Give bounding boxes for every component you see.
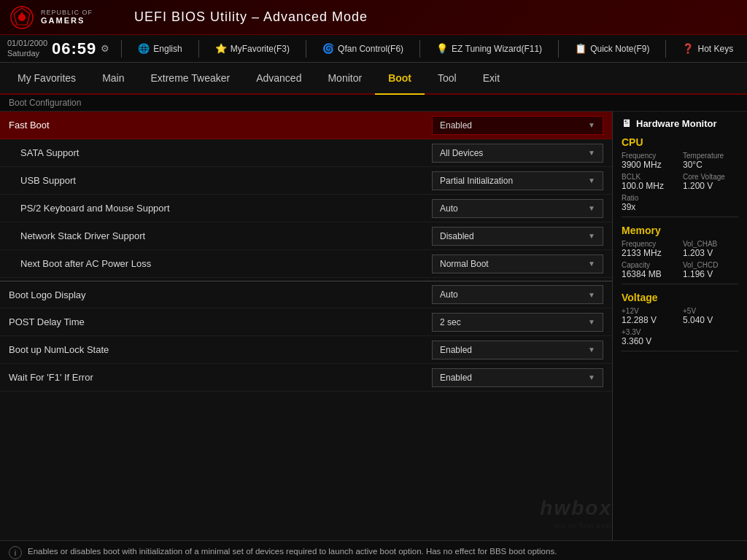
setting-row-0[interactable]: Fast BootEnabled▼: [0, 112, 612, 139]
toolbar-divider-5: [558, 40, 559, 58]
setting-label-9: Wait For 'F1' If Error: [9, 372, 432, 383]
main-title: UEFI BIOS Utility – Advanced Mode: [134, 9, 368, 25]
svg-point-2: [18, 14, 26, 21]
question-icon: ❓: [682, 43, 694, 54]
dropdown-2[interactable]: Partial Initialization▼: [432, 171, 603, 190]
rog-icon: [9, 4, 35, 31]
settings-list: Fast BootEnabled▼SATA SupportAll Devices…: [0, 112, 612, 392]
info-text: Enables or disables boot with initializa…: [28, 545, 557, 557]
stat-value-1-3: 1.196 V: [683, 269, 738, 279]
stat-item-0-4: Ratio39x: [622, 194, 677, 212]
stat-item-1-0: Frequency2133 MHz: [622, 240, 677, 258]
sidebar-section-title-1: Memory: [622, 225, 738, 236]
stat-item-0-0: Frequency3900 MHz: [622, 152, 677, 170]
breadcrumb: Boot Configuration: [0, 95, 747, 112]
stat-value-2-2: 3.360 V: [622, 336, 677, 346]
setting-value-7: 2 sec▼: [432, 313, 603, 332]
info-bar: i Enables or disables boot with initiali…: [0, 540, 747, 560]
setting-row-5[interactable]: Next Boot after AC Power LossNormal Boot…: [0, 250, 612, 278]
nav-extreme-tweaker[interactable]: Extreme Tweaker: [137, 63, 243, 95]
stat-label-0-2: BCLK: [622, 173, 677, 181]
setting-label-2: USB Support: [20, 175, 432, 186]
nav-monitor[interactable]: Monitor: [314, 63, 375, 95]
dropdown-5[interactable]: Normal Boot▼: [432, 254, 603, 273]
dropdown-3[interactable]: Auto▼: [432, 199, 603, 218]
hardware-monitor-sidebar: 🖥 Hardware Monitor CPUFrequency3900 MHzT…: [612, 112, 747, 540]
dropdown-9[interactable]: Enabled▼: [432, 368, 603, 387]
setting-label-6: Boot Logo Display: [9, 289, 432, 300]
toolbar-hotkeys[interactable]: ❓ Hot Keys: [678, 42, 738, 55]
nav-main[interactable]: Main: [89, 63, 137, 95]
chevron-down-icon: ▼: [588, 121, 595, 129]
stat-value-1-1: 1.203 V: [683, 248, 738, 258]
toolbar-eztuning[interactable]: 💡 EZ Tuning Wizard(F11): [432, 42, 546, 55]
dropdown-4[interactable]: Disabled▼: [432, 227, 603, 246]
nav-bar: My Favorites Main Extreme Tweaker Advanc…: [0, 63, 747, 95]
logo-area: REPUBLIC OF GAMERS: [9, 4, 125, 31]
toolbar-divider-1: [121, 40, 122, 58]
nav-my-favorites[interactable]: My Favorites: [4, 63, 89, 95]
bios-header: REPUBLIC OF GAMERS UEFI BIOS Utility – A…: [0, 0, 747, 35]
stat-grid-2: +12V12.288 V+5V5.040 V+3.3V3.360 V: [622, 307, 738, 346]
stat-item-2-2: +3.3V3.360 V: [622, 328, 677, 346]
setting-row-9[interactable]: Wait For 'F1' If ErrorEnabled▼: [0, 364, 612, 392]
setting-row-8[interactable]: Boot up NumLock StateEnabled▼: [0, 336, 612, 364]
chevron-down-icon: ▼: [588, 291, 595, 299]
dropdown-1[interactable]: All Devices▼: [432, 144, 603, 163]
dropdown-8[interactable]: Enabled▼: [432, 341, 603, 359]
stat-value-0-0: 3900 MHz: [622, 160, 677, 170]
setting-row-1[interactable]: SATA SupportAll Devices▼: [0, 139, 612, 167]
setting-label-1: SATA Support: [20, 147, 432, 158]
toolbar-language[interactable]: 🌐 English: [133, 42, 186, 55]
chevron-down-icon: ▼: [588, 232, 595, 240]
sidebar-section-title-0: CPU: [622, 136, 738, 148]
stat-value-2-1: 5.040 V: [683, 315, 738, 325]
favorite-icon: ⭐: [215, 43, 227, 54]
setting-label-7: POST Delay Time: [9, 316, 432, 327]
toolbar-myfavorite[interactable]: ⭐ MyFavorite(F3): [211, 42, 294, 55]
stat-label-2-1: +5V: [683, 307, 738, 315]
main-layout: Fast BootEnabled▼SATA SupportAll Devices…: [0, 112, 747, 540]
stat-label-0-3: Core Voltage: [683, 173, 738, 181]
chevron-down-icon: ▼: [588, 318, 595, 326]
stat-item-2-1: +5V5.040 V: [683, 307, 738, 325]
stat-label-1-2: Capacity: [622, 261, 677, 269]
nav-tool[interactable]: Tool: [425, 63, 470, 95]
stat-value-0-1: 30°C: [683, 160, 738, 170]
chevron-down-icon: ▼: [588, 373, 595, 381]
setting-value-3: Auto▼: [432, 199, 603, 218]
toolbar-qfan[interactable]: 🌀 Qfan Control(F6): [318, 42, 408, 55]
sidebar-section-title-2: Voltage: [622, 292, 738, 303]
chevron-down-icon: ▼: [588, 176, 595, 184]
setting-row-3[interactable]: PS/2 Keyboard and Mouse SupportAuto▼: [0, 195, 612, 222]
setting-value-1: All Devices▼: [432, 144, 603, 163]
stat-item-0-1: Temperature30°C: [683, 152, 738, 170]
setting-label-8: Boot up NumLock State: [9, 344, 432, 355]
setting-value-9: Enabled▼: [432, 368, 603, 387]
setting-value-5: Normal Boot▼: [432, 254, 603, 273]
stat-item-0-2: BCLK100.0 MHz: [622, 173, 677, 191]
toolbar-divider-4: [419, 40, 420, 58]
dropdown-0[interactable]: Enabled▼: [432, 116, 603, 135]
nav-boot[interactable]: Boot: [375, 63, 425, 95]
stat-label-1-1: Vol_CHAB: [683, 240, 738, 248]
nav-advanced[interactable]: Advanced: [243, 63, 314, 95]
setting-label-0: Fast Boot: [9, 120, 432, 131]
nav-exit[interactable]: Exit: [470, 63, 513, 95]
stat-item-0-5: [683, 194, 738, 212]
dropdown-6[interactable]: Auto▼: [432, 285, 603, 304]
logo-text: REPUBLIC OF GAMERS: [41, 9, 93, 26]
info-icon: i: [9, 546, 22, 559]
sidebar-divider-1: [622, 284, 738, 284]
dropdown-7[interactable]: 2 sec▼: [432, 313, 603, 332]
stat-label-0-0: Frequency: [622, 152, 677, 160]
stat-grid-1: Frequency2133 MHzVol_CHAB1.203 VCapacity…: [622, 240, 738, 279]
toolbar-clock: 01/01/2000 Saturday 06:59 ⚙: [7, 39, 109, 58]
setting-row-7[interactable]: POST Delay Time2 sec▼: [0, 308, 612, 336]
stat-label-1-3: Vol_CHCD: [683, 261, 738, 269]
setting-row-2[interactable]: USB SupportPartial Initialization▼: [0, 167, 612, 195]
setting-row-6[interactable]: Boot Logo DisplayAuto▼: [0, 281, 612, 308]
clock-settings-icon[interactable]: ⚙: [101, 43, 109, 54]
setting-row-4[interactable]: Network Stack Driver SupportDisabled▼: [0, 222, 612, 250]
toolbar-quicknote[interactable]: 📋 Quick Note(F9): [570, 42, 654, 55]
